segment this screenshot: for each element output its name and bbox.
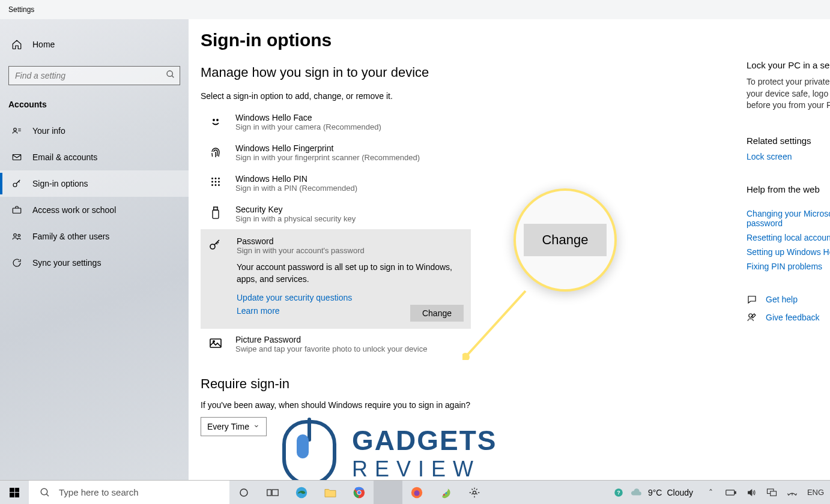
require-signin-dropdown[interactable]: Every Time — [201, 417, 267, 436]
signin-option-security-key[interactable]: Security KeySign in with a physical secu… — [201, 199, 471, 229]
nav-home[interactable]: Home — [0, 31, 189, 58]
taskbar-app-settings[interactable] — [460, 481, 489, 505]
related-settings-heading: Related settings — [747, 136, 830, 146]
svg-point-3 — [13, 183, 17, 187]
sidebar-item-work-school[interactable]: Access work or school — [0, 197, 189, 223]
chat-icon — [747, 294, 757, 305]
tray-project-icon[interactable] — [763, 481, 781, 505]
taskbar-app-edge[interactable] — [287, 481, 316, 505]
keypad-icon — [207, 174, 225, 193]
lock-pc-text: To protect your private keep your device… — [747, 76, 830, 112]
sidebar-item-signin[interactable]: Sign-in options — [0, 170, 189, 197]
svg-rect-2 — [13, 155, 21, 160]
sidebar-item-family[interactable]: Family & other users — [0, 223, 189, 250]
svg-point-37 — [446, 492, 447, 494]
svg-point-11 — [218, 178, 220, 179]
taskbar-weather[interactable]: 9°C Cloudy — [630, 487, 693, 498]
get-help-link: Get help — [766, 295, 798, 304]
signin-option-picture-password[interactable]: Picture PasswordSwipe and tap your favor… — [201, 329, 471, 359]
taskbar-app-active[interactable] — [374, 481, 402, 505]
change-password-button[interactable]: Change — [410, 305, 464, 322]
svg-point-33 — [357, 491, 361, 494]
option-label: Picture Password — [235, 335, 427, 344]
right-info-column: Lock your PC in a secon To protect your … — [747, 60, 830, 330]
option-label: Security Key — [235, 205, 356, 214]
tray-network-icon[interactable] — [783, 481, 801, 505]
callout-change-button: Change — [524, 224, 606, 256]
search-icon — [40, 487, 50, 498]
svg-point-9 — [211, 178, 213, 179]
sidebar-item-your-info[interactable]: Your info — [0, 118, 189, 144]
taskbar-app-explorer[interactable] — [316, 481, 345, 505]
key-icon — [11, 178, 23, 190]
svg-point-8 — [217, 119, 218, 121]
help-link[interactable]: Changing your Microso password — [747, 209, 830, 228]
svg-point-35 — [414, 490, 419, 496]
taskbar: Type here to search ? 9°C Cloudy ˄ ENG — [0, 480, 830, 504]
tray-chevron-up-icon[interactable]: ˄ — [701, 481, 719, 505]
sidebar-item-label: Email & accounts — [32, 152, 97, 162]
taskbar-search[interactable]: Type here to search — [29, 481, 229, 505]
option-label: Password — [237, 236, 464, 246]
briefcase-icon — [11, 204, 23, 216]
main-panel: Sign-in options Manage how you sign in t… — [189, 19, 830, 485]
svg-point-16 — [215, 184, 217, 186]
sidebar-item-label: Access work or school — [32, 205, 116, 215]
svg-point-5 — [14, 234, 17, 237]
taskbar-app-chrome[interactable] — [345, 481, 374, 505]
sidebar-item-label: Sync your settings — [32, 258, 101, 268]
windows-icon — [10, 488, 19, 497]
person-card-icon — [11, 125, 23, 137]
help-link[interactable]: Setting up Windows He — [747, 247, 830, 257]
svg-text:?: ? — [617, 490, 620, 496]
sidebar-item-label: Sign-in options — [32, 179, 88, 188]
key-icon — [208, 236, 226, 319]
search-input[interactable] — [8, 66, 180, 85]
get-help-row[interactable]: Get help — [747, 294, 830, 305]
nav-home-label: Home — [32, 40, 55, 49]
option-desc: Sign in with a PIN (Recommended) — [235, 184, 357, 193]
svg-rect-19 — [213, 210, 219, 218]
sidebar-item-email[interactable]: Email & accounts — [0, 144, 189, 170]
sidebar-item-sync[interactable]: Sync your settings — [0, 250, 189, 276]
taskbar-app-paint[interactable] — [431, 481, 460, 505]
svg-point-20 — [210, 244, 215, 249]
svg-point-6 — [18, 235, 20, 237]
cloud-icon — [630, 487, 643, 498]
tray-language[interactable]: ENG — [804, 481, 828, 505]
give-feedback-row[interactable]: Give feedback — [747, 312, 830, 323]
sidebar-item-label: Family & other users — [32, 232, 109, 241]
svg-point-10 — [215, 178, 217, 179]
tray-help-icon[interactable]: ? — [610, 481, 628, 505]
svg-point-14 — [218, 181, 220, 183]
face-icon — [207, 113, 225, 131]
picture-icon — [207, 335, 225, 353]
signin-option-password-expanded[interactable]: Password Sign in with your account's pas… — [201, 229, 471, 329]
svg-point-38 — [473, 491, 476, 494]
svg-rect-29 — [272, 490, 278, 496]
svg-point-36 — [443, 494, 445, 496]
cortana-button[interactable] — [229, 481, 258, 505]
help-link[interactable]: Fixing PIN problems — [747, 262, 830, 271]
svg-point-7 — [213, 119, 214, 121]
start-button[interactable] — [0, 481, 29, 505]
password-info: Your account password is all set up to s… — [237, 261, 453, 286]
sidebar-item-label: Your info — [32, 126, 65, 136]
page-title: Sign-in options — [201, 30, 830, 50]
require-signin-title: Require sign-in — [201, 376, 830, 392]
tray-volume-icon[interactable] — [742, 481, 760, 505]
svg-point-27 — [240, 489, 247, 496]
signin-option-fingerprint[interactable]: Windows Hello FingerprintSign in with yo… — [201, 137, 471, 168]
callout-zoom: Change — [513, 188, 617, 292]
lock-screen-link[interactable]: Lock screen — [747, 152, 830, 161]
taskbar-app-firefox[interactable] — [402, 481, 431, 505]
home-icon — [11, 38, 23, 50]
tray-battery-icon[interactable] — [722, 481, 740, 505]
option-label: Windows Hello Face — [235, 113, 381, 122]
help-link[interactable]: Resetting local account — [747, 233, 830, 242]
update-security-questions-link[interactable]: Update your security questions — [237, 293, 464, 302]
task-view-button[interactable] — [258, 481, 287, 505]
signin-option-face[interactable]: Windows Hello FaceSign in with your came… — [201, 107, 471, 137]
feedback-icon — [747, 312, 757, 323]
signin-option-pin[interactable]: Windows Hello PINSign in with a PIN (Rec… — [201, 168, 471, 199]
